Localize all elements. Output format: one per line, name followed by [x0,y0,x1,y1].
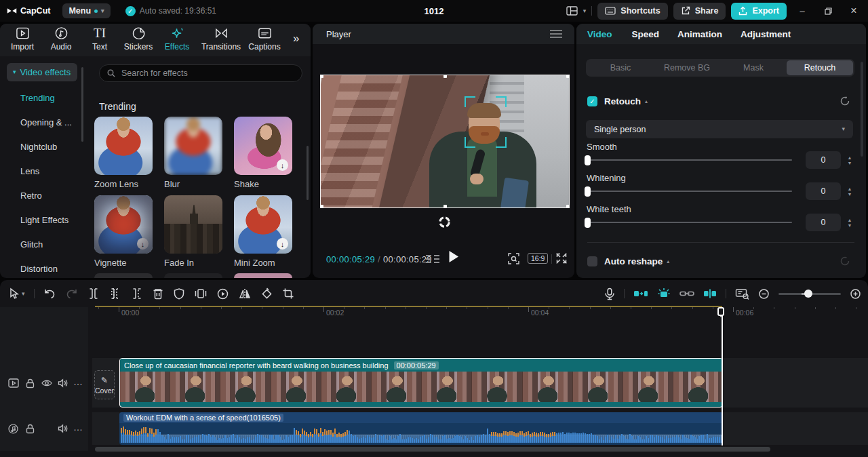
effect-card-zoom-lens[interactable]: Zoom Lens [94,117,153,189]
transform-handle[interactable] [566,75,570,78]
transform-handle[interactable] [566,205,570,208]
effect-card-partial[interactable] [164,273,222,278]
tab-import[interactable]: Import [3,26,41,52]
more-tabs-button[interactable]: » [293,32,299,45]
collapse-caret-icon[interactable]: ▴ [645,98,648,104]
aspect-ratio-button[interactable]: 16:9 [528,253,548,264]
collapse-caret-icon[interactable]: ▴ [667,258,669,264]
effect-thumbnail[interactable] [94,117,153,175]
white-teeth-stepper[interactable]: ▲▼ [845,214,854,231]
tab-speed[interactable]: Speed [632,29,660,39]
transform-handle[interactable] [320,205,323,208]
retouch-mode-dropdown[interactable]: Single person ▾ [586,120,853,138]
play-button[interactable] [448,250,459,263]
inspector-scrollbar[interactable] [861,62,863,157]
sidebar-item-light-effects[interactable]: Light Effects [20,215,68,225]
video-visibility-icon[interactable] [41,379,52,387]
effect-card-fade-in[interactable]: Fade In [164,195,222,268]
effect-thumbnail[interactable] [164,195,222,254]
effect-thumbnail[interactable] [164,117,222,175]
video-lock-icon[interactable] [26,378,35,389]
whitening-stepper[interactable]: ▲▼ [845,182,854,200]
window-minimize-button[interactable]: – [792,0,812,22]
effect-card-partial[interactable] [234,273,292,278]
window-close-button[interactable]: × [844,0,864,22]
share-button[interactable]: Share [673,3,726,20]
retouch-checkbox[interactable]: ✓ [587,96,597,106]
tab-audio[interactable]: Audio [42,26,80,52]
transform-handle[interactable] [320,75,323,78]
white-teeth-value[interactable]: 0 [806,214,841,231]
audio-mute-icon[interactable] [58,424,68,433]
focus-frame-icon[interactable] [508,253,519,264]
whitening-slider[interactable] [587,191,792,192]
tab-animation[interactable]: Animation [677,29,722,39]
player-menu-icon[interactable] [550,30,562,38]
preview-quality-icon[interactable] [425,254,440,264]
smooth-slider[interactable] [587,159,792,161]
tab-stickers[interactable]: Stickers [119,26,157,52]
tab-adjustment[interactable]: Adjustment [741,29,791,39]
transform-handle[interactable] [443,205,447,208]
sidebar-item-nightclub[interactable]: Nightclub [20,142,57,152]
sidebar-item-trending[interactable]: Trending [20,93,55,103]
audio-clip[interactable]: Workout EDM with a sense of speed(101650… [119,412,723,445]
fullscreen-icon[interactable] [556,253,567,264]
subtab-mask[interactable]: Mask [720,60,787,75]
effect-thumbnail[interactable]: ↓ [234,117,292,175]
window-restore-button[interactable] [818,0,838,22]
auto-reshape-reset-button[interactable] [840,256,850,266]
subtab-remove-bg[interactable]: Remove BG [654,60,720,75]
video-track-more-button[interactable]: … [73,376,83,387]
video-mute-icon[interactable] [58,378,68,388]
subtab-basic[interactable]: Basic [587,60,654,75]
shortcuts-button[interactable]: Shortcuts [597,3,667,20]
effect-card-mini-zoom[interactable]: ↓ Mini Zoom [234,195,292,268]
audio-lock-icon[interactable] [26,424,35,434]
smooth-value[interactable]: 0 [806,151,841,169]
white-teeth-slider[interactable] [587,222,792,223]
playhead-line[interactable] [722,307,723,445]
tab-video[interactable]: Video [587,29,612,39]
sidebar-item-retro[interactable]: Retro [20,191,42,201]
export-button[interactable]: Export [731,3,787,20]
timeline-horizontal-scrollbar[interactable] [95,447,770,452]
slider-thumb[interactable] [585,218,591,228]
tab-captions[interactable]: Captions [245,26,283,52]
effect-card-vignette[interactable]: ↓ Vignette [94,195,153,268]
sidebar-scrollbar[interactable] [81,67,83,142]
subtab-retouch[interactable]: Retouch [787,60,853,75]
effect-card-partial[interactable] [94,273,153,278]
auto-reshape-checkbox[interactable] [587,256,597,266]
slider-thumb[interactable] [585,186,591,197]
sidebar-item-glitch[interactable]: Glitch [20,239,43,250]
tab-effects[interactable]: Effects [158,26,196,52]
effect-card-shake[interactable]: ↓ Shake [234,117,292,189]
layout-panels-icon[interactable] [566,3,578,19]
rotate-control[interactable] [438,216,451,228]
playhead-handle[interactable] [717,307,724,316]
transform-handle[interactable] [443,75,447,78]
video-clip[interactable]: Close up of caucasian financial reporter… [119,358,723,408]
cover-button[interactable]: ✎ Cover [94,370,115,399]
tab-transitions[interactable]: Transitions [198,26,244,52]
slider-thumb[interactable] [585,155,591,165]
audio-track-more-button[interactable]: … [73,422,83,433]
menu-button[interactable]: Menu ▾ [62,3,110,18]
chevron-down-icon[interactable]: ▾ [583,8,587,14]
sidebar-group-video-effects[interactable]: ▾ Video effects [7,63,77,81]
effects-scrollbar[interactable] [307,146,309,200]
effects-search-input[interactable] [120,68,285,79]
sidebar-item-distortion[interactable]: Distortion [20,264,58,274]
video-preview[interactable] [320,75,570,208]
retouch-reset-button[interactable] [840,96,850,106]
smooth-stepper[interactable]: ▲▼ [845,151,854,169]
sidebar-item-lens[interactable]: Lens [20,166,39,176]
sidebar-item-opening[interactable]: Opening & ... [20,117,72,127]
tab-text[interactable]: TI Text [81,26,119,52]
timeline-ruler[interactable]: 00:0000:0200:0400:06 [0,280,868,321]
effect-thumbnail[interactable]: ↓ [94,195,153,254]
effect-thumbnail[interactable]: ↓ [234,195,292,254]
whitening-value[interactable]: 0 [806,182,841,200]
effect-card-blur[interactable]: Blur [164,117,222,189]
